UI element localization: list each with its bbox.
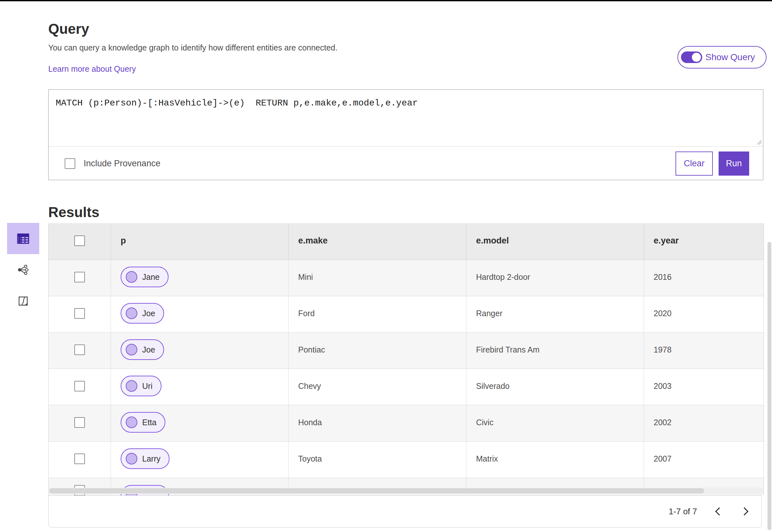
- cell-e-year: 1978: [644, 333, 764, 369]
- column-header-e-model: e.model: [466, 224, 644, 260]
- entity-chip-label: Larry: [142, 455, 161, 463]
- cell-e-year: 2020: [644, 296, 764, 332]
- view-tab-map[interactable]: [7, 285, 39, 316]
- entity-chip[interactable]: Jane: [121, 267, 169, 287]
- show-query-toggle[interactable]: [681, 51, 702, 63]
- cell-e-year: 2007: [644, 442, 764, 478]
- entity-node-icon: [126, 453, 137, 464]
- results-section-title: Results: [48, 204, 99, 220]
- entity-chip[interactable]: Larry: [121, 448, 170, 469]
- horizontal-scrollbar-thumb[interactable]: [49, 488, 704, 493]
- row-checkbox-cell: [49, 405, 111, 441]
- row-checkbox-cell: [49, 333, 111, 369]
- entity-node-icon: [126, 307, 137, 319]
- row-checkbox[interactable]: [74, 454, 85, 464]
- entity-chip-label: Uri: [142, 382, 152, 390]
- toggle-knob: [692, 53, 701, 62]
- results-table: pe.makee.modele.yearJaneMiniHardtop 2-do…: [48, 224, 764, 495]
- select-all-checkbox[interactable]: [74, 235, 85, 246]
- table-row: EttaHondaCivic2002: [49, 405, 764, 442]
- cell-e-model: Silverado: [466, 369, 644, 405]
- query-footer-bar: Include Provenance Clear Run: [49, 147, 763, 180]
- run-button[interactable]: Run: [719, 151, 749, 176]
- cell-e-year: 2016: [644, 260, 764, 296]
- row-checkbox-cell: [49, 442, 111, 478]
- entity-chip[interactable]: Uri: [121, 376, 161, 396]
- column-header-e-make: e.make: [289, 224, 466, 260]
- include-provenance-label[interactable]: Include Provenance: [84, 159, 161, 169]
- link-chart-view-icon: [17, 264, 29, 276]
- clear-button[interactable]: Clear: [675, 151, 713, 176]
- table-horizontal-scrollbar[interactable]: [48, 488, 764, 494]
- row-checkbox[interactable]: [74, 272, 85, 282]
- cell-e-model: Ranger: [466, 296, 644, 332]
- chevron-left-icon: [715, 507, 723, 515]
- show-query-pill[interactable]: Show Query: [677, 46, 767, 69]
- cell-e-make: Pontiac: [289, 333, 466, 369]
- entity-chip[interactable]: Joe: [121, 339, 164, 360]
- entity-node-icon: [126, 417, 137, 428]
- cell-e-model: Civic: [466, 405, 644, 441]
- cell-e-year: 2002: [644, 405, 764, 441]
- table-header-row: pe.makee.modele.year: [49, 224, 764, 260]
- table-row: JoeFordRanger2020: [49, 296, 764, 333]
- cell-e-make: Mini: [289, 260, 466, 296]
- show-query-label: Show Query: [705, 52, 755, 62]
- entity-chip[interactable]: Etta: [121, 412, 165, 433]
- entity-chip-label: Joe: [142, 309, 155, 317]
- cell-e-make: Ford: [289, 296, 466, 332]
- view-tab-link-chart[interactable]: [7, 254, 39, 285]
- map-view-icon: [17, 295, 29, 307]
- cell-e-make: Honda: [289, 405, 466, 441]
- previous-page-button[interactable]: [711, 504, 725, 518]
- cell-p: Jane: [111, 260, 289, 296]
- learn-more-link[interactable]: Learn more about Query: [48, 64, 136, 74]
- chevron-right-icon: [740, 507, 748, 515]
- row-checkbox[interactable]: [74, 308, 85, 319]
- view-tab-table[interactable]: [7, 223, 39, 254]
- cell-e-make: Toyota: [289, 442, 466, 478]
- entity-node-icon: [126, 344, 137, 355]
- entity-node-icon: [126, 271, 137, 283]
- cell-p: Uri: [111, 369, 289, 405]
- column-header-p: p: [111, 224, 289, 260]
- query-section-title: Query: [48, 21, 89, 37]
- row-checkbox[interactable]: [74, 417, 85, 428]
- cell-e-make: Chevy: [289, 369, 466, 405]
- next-page-button[interactable]: [738, 504, 752, 518]
- pagination-bar: 1-7 of 7: [48, 495, 762, 527]
- include-provenance-checkbox[interactable]: [65, 158, 75, 169]
- cell-p: Larry: [111, 442, 289, 478]
- query-input[interactable]: MATCH (p:Person)-[:HasVehicle]->(e) RETU…: [49, 90, 763, 146]
- cell-p: Joe: [111, 296, 289, 332]
- cell-e-model: Firebird Trans Am: [466, 333, 644, 369]
- resize-grip-icon[interactable]: [757, 140, 762, 145]
- cell-p: Joe: [111, 333, 289, 369]
- row-checkbox-cell: [49, 369, 111, 405]
- entity-chip-label: Jane: [142, 273, 160, 281]
- pagination-range-label: 1-7 of 7: [669, 507, 697, 517]
- header-checkbox-cell: [49, 224, 111, 260]
- row-checkbox-cell: [49, 260, 111, 296]
- table-row: LarryToyotaMatrix2007: [49, 442, 764, 478]
- page: Query You can query a knowledge graph to…: [0, 0, 772, 532]
- query-editor-panel: MATCH (p:Person)-[:HasVehicle]->(e) RETU…: [48, 89, 763, 180]
- row-checkbox[interactable]: [74, 381, 85, 391]
- page-vertical-scrollbar-thumb[interactable]: [767, 242, 771, 530]
- query-textarea-wrap: MATCH (p:Person)-[:HasVehicle]->(e) RETU…: [49, 90, 763, 147]
- entity-chip-label: Joe: [142, 346, 155, 354]
- column-header-e-year: e.year: [644, 224, 764, 260]
- entity-chip-label: Etta: [142, 418, 156, 427]
- table-row: JaneMiniHardtop 2-door2016: [49, 260, 764, 296]
- entity-chip[interactable]: Joe: [121, 303, 164, 324]
- table-view-icon: [16, 231, 31, 246]
- cell-e-model: Hardtop 2-door: [466, 260, 644, 296]
- table-row: UriChevySilverado2003: [49, 369, 764, 405]
- query-description: You can query a knowledge graph to ident…: [48, 43, 337, 52]
- cell-p: Etta: [111, 405, 289, 441]
- row-checkbox-cell: [49, 296, 111, 332]
- entity-node-icon: [126, 380, 137, 392]
- cell-e-model: Matrix: [466, 442, 644, 478]
- row-checkbox[interactable]: [74, 344, 85, 355]
- cell-e-year: 2003: [644, 369, 764, 405]
